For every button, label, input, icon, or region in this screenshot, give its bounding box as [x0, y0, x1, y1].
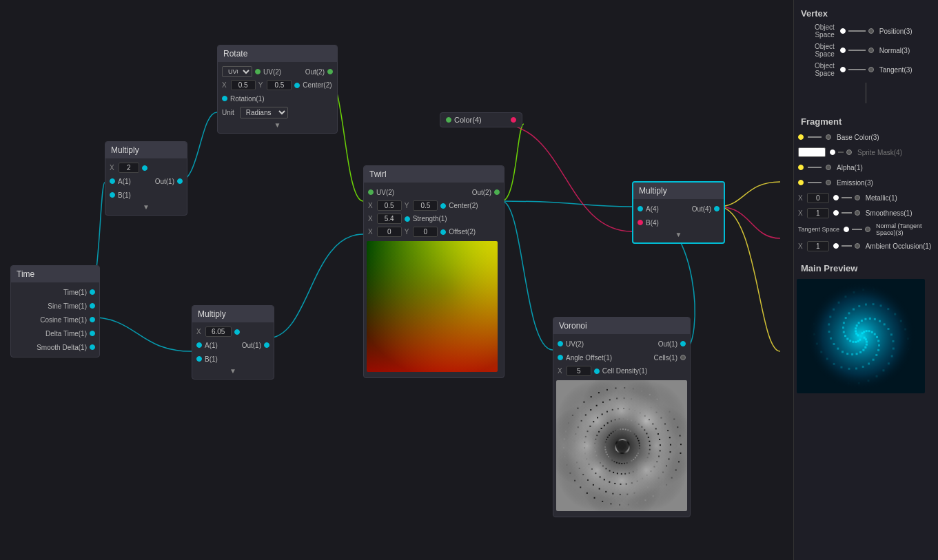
sprite-mask-color	[798, 147, 826, 157]
multiply3-a-label: A(4)	[646, 205, 659, 213]
multiply1-expand[interactable]: ▼	[105, 202, 187, 212]
fragment-basecolor-left-dot[interactable]	[798, 134, 804, 140]
multiply1-x-dot[interactable]	[142, 165, 147, 171]
multiply2-b-dot[interactable]	[196, 356, 202, 362]
twirl-center-dot[interactable]	[440, 203, 446, 209]
time-port-time: Time(1)	[11, 285, 99, 299]
vertex-tangent-out-dot[interactable]	[868, 67, 874, 72]
multiply3-a-dot[interactable]	[638, 206, 643, 211]
voronoi-angle-row: Angle Offset(1) Cells(1)	[553, 351, 690, 364]
multiply2-out-dot[interactable]	[264, 342, 269, 348]
vertex-position-label: Object Space	[798, 23, 837, 39]
rotate-uv-select[interactable]: UV0	[222, 66, 252, 77]
vertex-position-out-dot[interactable]	[868, 28, 874, 34]
fragment-alpha-right-dot[interactable]	[826, 165, 831, 170]
fragment-smoothness-right-dot[interactable]	[855, 210, 860, 216]
fragment-normal-dot[interactable]	[844, 227, 849, 232]
voronoi-angle-dot[interactable]	[558, 355, 563, 360]
multiply1-x-input[interactable]	[119, 163, 139, 173]
rotate-out-dot[interactable]	[327, 69, 333, 74]
rotate-rotation-dot[interactable]	[222, 96, 227, 101]
color-out-dot[interactable]	[511, 117, 516, 123]
fragment-emission-right-dot[interactable]	[826, 180, 831, 185]
voronoi-cells-dot[interactable]	[680, 355, 686, 360]
vertex-normal-out-dot[interactable]	[868, 48, 874, 53]
main-preview-section: Main Preview	[794, 255, 938, 397]
fragment-ao-input[interactable]	[807, 241, 829, 251]
fragment-alpha-value: Alpha(1)	[834, 164, 934, 172]
voronoi-density-dot[interactable]	[594, 369, 600, 374]
fragment-spritemask-right-dot[interactable]	[846, 149, 852, 155]
multiply3-expand[interactable]: ▼	[633, 229, 724, 240]
time-out-dot[interactable]	[90, 289, 95, 295]
time-node-header: Time	[11, 266, 99, 282]
twirl-strength-dot[interactable]	[405, 216, 410, 222]
multiply2-a-dot[interactable]	[196, 342, 202, 348]
voronoi-uv-dot[interactable]	[558, 341, 563, 346]
vertex-position-dot[interactable]	[840, 28, 846, 34]
voronoi-out-label: Out(1)	[658, 340, 677, 348]
main-preview-title: Main Preview	[794, 259, 938, 276]
time-port-sine: Sine Time(1)	[11, 299, 99, 313]
fragment-emission-left-dot[interactable]	[798, 180, 804, 185]
twirl-strength-row: X Strength(1)	[364, 212, 504, 225]
multiply2-expand[interactable]: ▼	[192, 366, 274, 376]
multiply1-a-dot[interactable]	[110, 178, 115, 184]
rotate-center-dot[interactable]	[294, 83, 300, 88]
multiply2-b-row: B(1)	[192, 352, 274, 366]
twirl-out-dot[interactable]	[494, 189, 500, 195]
rotate-unit-label: Unit	[222, 109, 234, 116]
voronoi-uv-label: UV(2)	[566, 340, 584, 348]
fragment-smoothness-input[interactable]	[807, 208, 829, 218]
fragment-spritemask-dot[interactable]	[830, 149, 835, 155]
color-in-dot[interactable]	[446, 117, 451, 123]
multiply2-x-input[interactable]	[205, 326, 232, 337]
cosine-out-dot[interactable]	[90, 317, 95, 322]
twirl-oy-input[interactable]	[413, 227, 438, 237]
fragment-metallic-input[interactable]	[807, 193, 829, 203]
multiply3-out-dot[interactable]	[714, 206, 720, 211]
twirl-cy-input[interactable]	[413, 200, 438, 211]
fragment-basecolor-value: Base Color(3)	[834, 134, 934, 141]
delta-out-dot[interactable]	[90, 331, 95, 336]
fragment-metallic-right-dot[interactable]	[855, 195, 860, 200]
multiply1-a-label: A(1)	[118, 178, 131, 185]
vertex-normal-dot[interactable]	[840, 48, 846, 53]
twirl-cx-input[interactable]	[377, 200, 402, 211]
fragment-ao-dot[interactable]	[833, 243, 839, 249]
fragment-normal-right-dot[interactable]	[865, 227, 870, 232]
fragment-smoothness-dot[interactable]	[833, 210, 839, 216]
twirl-out-label: Out(2)	[472, 189, 491, 196]
rotate-uv-dot[interactable]	[255, 69, 261, 74]
multiply3-body: A(4) Out(4) B(4) ▼	[633, 199, 724, 242]
twirl-offset-dot[interactable]	[440, 229, 446, 235]
fragment-ao-row: X Ambient Occlusion(1)	[794, 238, 938, 253]
smooth-out-dot[interactable]	[90, 344, 95, 350]
voronoi-out-dot[interactable]	[680, 341, 686, 346]
fragment-metallic-dot[interactable]	[833, 195, 839, 200]
multiply3-b-dot[interactable]	[638, 220, 643, 225]
sine-out-dot[interactable]	[90, 303, 95, 309]
multiply1-out-dot[interactable]	[177, 178, 183, 184]
time-port-delta: Delta Time(1)	[11, 326, 99, 340]
fragment-basecolor-right-dot[interactable]	[826, 134, 831, 140]
vertex-tangent-dot[interactable]	[840, 67, 846, 72]
voronoi-density-input[interactable]	[567, 366, 591, 376]
rotate-expand[interactable]: ▼	[218, 120, 337, 130]
vertex-normal-label: Object Space	[798, 43, 837, 58]
twirl-strength-input[interactable]	[377, 214, 402, 224]
multiply2-b-label: B(1)	[205, 355, 218, 363]
rotate-unit-select[interactable]: Radians Degrees	[240, 107, 288, 118]
fragment-ao-right-dot[interactable]	[855, 243, 860, 249]
vertex-separator	[794, 79, 938, 107]
twirl-ox-input[interactable]	[377, 227, 402, 237]
multiply1-x-row: X	[105, 161, 187, 174]
fragment-alpha-left-dot[interactable]	[798, 165, 804, 170]
twirl-uv-dot[interactable]	[368, 189, 374, 195]
multiply2-node: Multiply X A(1) Out(1) B(1) ▼	[192, 305, 274, 380]
multiply2-x-dot[interactable]	[234, 329, 240, 335]
multiply1-b-dot[interactable]	[110, 192, 115, 198]
rotate-cy-input[interactable]	[267, 80, 292, 90]
voronoi-body: UV(2) Out(1) Angle Offset(1) Cells(1) X …	[553, 334, 690, 517]
rotate-cx-input[interactable]	[231, 80, 256, 90]
